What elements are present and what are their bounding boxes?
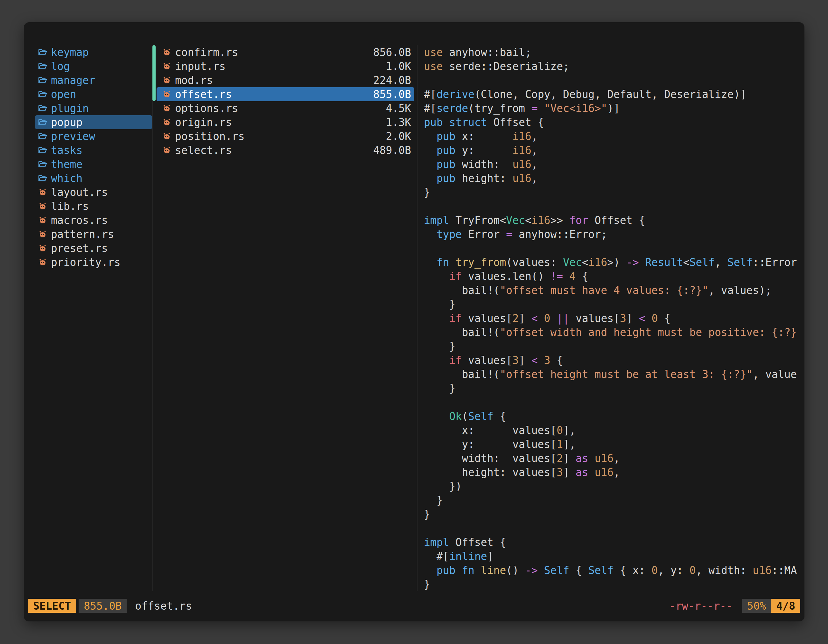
- folder-icon: [38, 104, 47, 112]
- code-line: use serde::Deserialize;: [424, 59, 801, 73]
- preview-pane: use anyhow::bail;use serde::Deserialize;…: [424, 45, 801, 591]
- sidebar-item-label: macros.rs: [51, 214, 108, 227]
- file-name: offset.rs: [175, 88, 232, 100]
- sidebar-item-macros-rs[interactable]: macros.rs: [35, 213, 152, 227]
- file-row-mod-rs[interactable]: mod.rs224.0B: [157, 73, 414, 87]
- sidebar-item-label: preview: [51, 130, 95, 143]
- rust-file-icon: [162, 104, 171, 112]
- rust-file-icon: [162, 48, 171, 56]
- folder-icon: [38, 160, 47, 168]
- file-row-origin-rs[interactable]: origin.rs1.3K: [157, 115, 414, 129]
- code-line: }: [424, 297, 801, 311]
- parent-pane: keymaplogmanageropenpluginpopuppreviewta…: [35, 45, 152, 269]
- sidebar-item-theme[interactable]: theme: [35, 157, 152, 171]
- code-line: type Error = anyhow::Error;: [424, 227, 801, 241]
- sidebar-item-label: which: [51, 172, 82, 185]
- file-name: select.rs: [175, 144, 232, 157]
- code-line: [424, 241, 801, 255]
- code-line: pub height: u16,: [424, 171, 801, 185]
- code-line: x: values[0],: [424, 423, 801, 437]
- sidebar-item-label: theme: [51, 158, 82, 171]
- sidebar-item-plugin[interactable]: plugin: [35, 101, 152, 115]
- folder-icon: [38, 146, 47, 154]
- file-row-options-rs[interactable]: options.rs4.5K: [157, 101, 414, 115]
- mode-badge: SELECT: [28, 599, 76, 613]
- file-name: options.rs: [175, 102, 238, 114]
- sidebar-item-label: log: [51, 60, 70, 72]
- rust-file-icon: [38, 188, 47, 196]
- sidebar-item-layout-rs[interactable]: layout.rs: [35, 185, 152, 199]
- sidebar-item-preset-rs[interactable]: preset.rs: [35, 241, 152, 255]
- file-size: 2.0K: [386, 130, 411, 143]
- file-size: 489.0B: [373, 144, 411, 157]
- code-line: }: [424, 577, 801, 591]
- code-line: [424, 521, 801, 535]
- file-size: 4.5K: [386, 102, 411, 114]
- code-line: if values[3] < 3 {: [424, 353, 801, 367]
- sidebar-item-lib-rs[interactable]: lib.rs: [35, 199, 152, 213]
- file-row-select-rs[interactable]: select.rs489.0B: [157, 143, 414, 157]
- code-line: impl TryFrom<Vec<i16>> for Offset {: [424, 213, 801, 227]
- file-size: 224.0B: [373, 74, 411, 86]
- sidebar-item-label: popup: [51, 116, 82, 128]
- file-row-position-rs[interactable]: position.rs2.0K: [157, 129, 414, 143]
- sidebar-item-popup[interactable]: popup: [35, 115, 152, 129]
- code-line: use anyhow::bail;: [424, 45, 801, 59]
- code-line: #[serde(try_from = "Vec<i16>")]: [424, 101, 801, 115]
- code-line: }: [424, 381, 801, 395]
- folder-icon: [38, 48, 47, 56]
- folder-icon: [38, 118, 47, 126]
- rust-file-icon: [38, 216, 47, 224]
- folder-icon: [38, 90, 47, 98]
- screen-background: keymaplogmanageropenpluginpopuppreviewta…: [0, 0, 828, 644]
- code-line: }: [424, 185, 801, 199]
- file-name: input.rs: [175, 60, 226, 72]
- sidebar-item-keymap[interactable]: keymap: [35, 45, 152, 59]
- sidebar-item-label: pattern.rs: [51, 228, 114, 241]
- sidebar-item-label: lib.rs: [51, 200, 89, 213]
- current-preview-divider: [417, 45, 417, 591]
- rust-file-icon: [162, 132, 171, 140]
- rust-file-icon: [162, 76, 171, 84]
- code-line: pub y: i16,: [424, 143, 801, 157]
- sidebar-item-label: manager: [51, 74, 95, 86]
- sidebar-item-label: tasks: [51, 144, 82, 157]
- status-filename: offset.rs: [135, 600, 192, 612]
- code-line: Ok(Self {: [424, 409, 801, 423]
- file-manager-window: keymaplogmanageropenpluginpopuppreviewta…: [24, 22, 804, 621]
- code-line: if values[2] < 0 || values[3] < 0 {: [424, 311, 801, 325]
- code-line: [424, 199, 801, 213]
- code-line: }: [424, 493, 801, 507]
- sidebar-item-preview[interactable]: preview: [35, 129, 152, 143]
- file-size: 856.0B: [373, 46, 411, 58]
- code-line: }): [424, 479, 801, 493]
- code-line: bail!("offset must have 4 values: {:?}",…: [424, 283, 801, 297]
- sidebar-item-pattern-rs[interactable]: pattern.rs: [35, 227, 152, 241]
- file-row-confirm-rs[interactable]: confirm.rs856.0B: [157, 45, 414, 59]
- sidebar-item-priority-rs[interactable]: priority.rs: [35, 255, 152, 269]
- sidebar-item-label: preset.rs: [51, 242, 108, 255]
- file-size-badge: 855.0B: [78, 599, 127, 613]
- file-name: confirm.rs: [175, 46, 238, 58]
- code-line: }: [424, 507, 801, 521]
- file-row-input-rs[interactable]: input.rs1.0K: [157, 59, 414, 73]
- code-line: y: values[1],: [424, 437, 801, 451]
- sidebar-item-tasks[interactable]: tasks: [35, 143, 152, 157]
- sidebar-item-open[interactable]: open: [35, 87, 152, 101]
- sidebar-item-which[interactable]: which: [35, 171, 152, 185]
- folder-icon: [38, 132, 47, 140]
- file-row-offset-rs[interactable]: offset.rs855.0B: [157, 87, 414, 101]
- code-line: impl Offset {: [424, 535, 801, 549]
- rust-file-icon: [38, 258, 47, 266]
- file-list-scrollbar[interactable]: [152, 45, 155, 101]
- code-line: width: values[2] as u16,: [424, 451, 801, 465]
- sidebar-item-manager[interactable]: manager: [35, 73, 152, 87]
- code-line: bail!("offset width and height must be p…: [424, 325, 801, 339]
- rust-file-icon: [162, 62, 171, 71]
- file-name: position.rs: [175, 130, 245, 143]
- code-line: [424, 395, 801, 409]
- code-line: bail!("offset height must be at least 3:…: [424, 367, 801, 381]
- sidebar-item-label: priority.rs: [51, 256, 121, 268]
- rust-file-icon: [38, 230, 47, 238]
- sidebar-item-log[interactable]: log: [35, 59, 152, 73]
